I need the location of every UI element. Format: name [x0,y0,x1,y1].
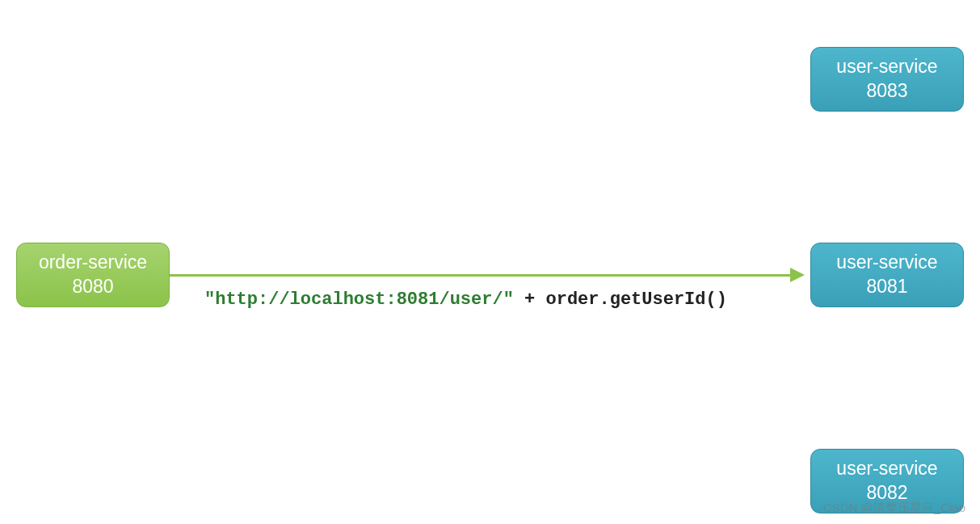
node-port: 8080 [72,275,113,299]
code-expression: + order.getUserId() [514,289,727,310]
request-arrow [170,274,792,277]
request-arrow-head [790,268,805,282]
user-service-node-8081: user-service 8081 [810,243,964,307]
request-url-label: "http://localhost:8081/user/" + order.ge… [204,289,727,310]
node-title: user-service [836,251,937,275]
url-string: "http://localhost:8081/user/" [204,289,514,310]
order-service-node: order-service 8080 [16,243,170,307]
node-port: 8081 [866,275,907,299]
node-title: user-service [836,457,937,481]
node-title: order-service [39,251,147,275]
node-title: user-service [836,55,937,79]
watermark-text: CSDN @清梦压星河_Ciao [823,501,965,516]
user-service-node-8083: user-service 8083 [810,47,964,112]
node-port: 8083 [866,79,907,104]
